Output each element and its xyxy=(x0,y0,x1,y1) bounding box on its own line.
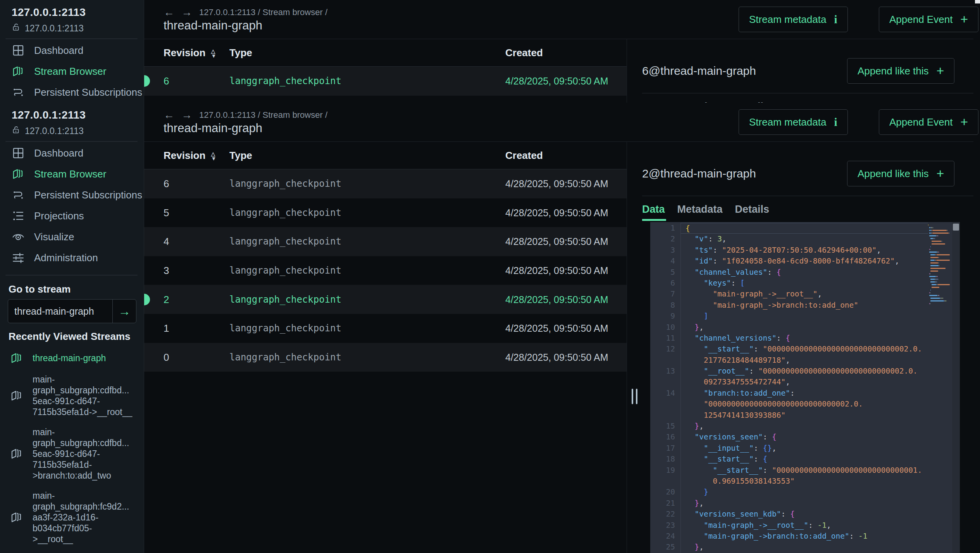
json-editor[interactable]: 1{2"v": 3,3"ts": "2025-04-28T07:50:50.46… xyxy=(650,222,960,553)
page-scrollbar-thumb[interactable] xyxy=(975,0,980,3)
table-row[interactable]: 1langgraph_checkpoint4/28/2025, 09:50:50… xyxy=(144,314,627,343)
line-number: 6 xyxy=(650,278,680,289)
breadcrumb-path[interactable]: 127.0.0.1:2113 / Stream browser / xyxy=(199,7,327,17)
resize-handle[interactable] xyxy=(632,389,641,404)
sort-icon[interactable]: △▼ xyxy=(211,151,216,160)
table-body: 6langgraph_checkpoint4/28/2025, 09:50:50… xyxy=(144,169,627,372)
event-tabs: Data Metadata Details xyxy=(642,203,769,215)
visualize-icon xyxy=(12,230,25,243)
table-row[interactable]: 5langgraph_checkpoint4/28/2025, 09:50:50… xyxy=(144,198,627,227)
column-revision[interactable]: Revision△▼ xyxy=(164,47,216,59)
recent-stream-item[interactable]: main-graph_subgraph:cdfbd...5eac-991c-d6… xyxy=(0,369,141,422)
goto-stream-input[interactable] xyxy=(8,300,112,323)
app-viewport: 127.0.0.1:2113 127.0.0.1:2113 DashboardS… xyxy=(0,103,980,553)
forward-arrow-icon[interactable]: → xyxy=(181,109,192,121)
recent-stream-item[interactable]: main-graph_subgraph:cdfbd...5eac-991c-d6… xyxy=(0,422,141,486)
breadcrumb-path[interactable]: 127.0.0.1:2113 / Stream browser / xyxy=(199,110,327,120)
sidebar-item-projections[interactable]: Projections xyxy=(0,205,144,226)
cell-revision: 5 xyxy=(164,207,169,219)
tab-details[interactable]: Details xyxy=(735,203,770,215)
line-number: 8 xyxy=(650,300,680,311)
sidebar-item-visualize[interactable]: Visualize xyxy=(0,226,144,247)
table-row[interactable]: 4langgraph_checkpoint4/28/2025, 09:50:50… xyxy=(144,227,627,256)
recent-stream-item[interactable]: main-graph_subgraph:fc9d2...aa3f-232a-1d… xyxy=(0,486,141,549)
projections-icon xyxy=(12,209,25,222)
append-like-this-button[interactable]: Append like this + xyxy=(847,161,954,186)
recently-viewed-label: Recently Viewed Streams xyxy=(9,331,131,343)
sidebar-divider xyxy=(5,141,138,142)
append-like-this-label: Append like this xyxy=(858,65,929,77)
line-number: 18 xyxy=(650,454,680,465)
unlock-icon xyxy=(12,125,21,137)
table-row[interactable]: 2langgraph_checkpoint4/28/2025, 09:50:50… xyxy=(144,285,627,314)
column-type: Type xyxy=(229,47,252,59)
server-address-row: 127.0.0.1:2113 xyxy=(12,22,84,34)
tab-data[interactable]: Data xyxy=(642,203,665,215)
sidebar-item-stream-browser[interactable]: Stream Browser xyxy=(0,61,144,82)
cell-type: langgraph_checkpoint xyxy=(229,294,341,305)
sidebar-item-administration[interactable]: Administration xyxy=(0,247,144,268)
table-header-row: Revision△▼ Type Created xyxy=(144,141,627,169)
plus-icon: + xyxy=(937,167,944,180)
panel-divider-line xyxy=(627,141,627,553)
goto-stream-submit[interactable]: → xyxy=(112,300,136,323)
append-like-this-button[interactable]: Append like this + xyxy=(847,58,954,84)
stream-metadata-button[interactable]: Stream metadata i xyxy=(739,109,848,135)
line-number xyxy=(650,410,680,421)
cell-revision: 6 xyxy=(164,178,169,190)
code-line: 17"__input__": {}, xyxy=(650,443,928,454)
sidebar-item-persistent-subscriptions[interactable]: Persistent Subscriptions xyxy=(0,184,144,205)
back-arrow-icon[interactable]: ← xyxy=(164,6,174,19)
append-event-button[interactable]: Append Event + xyxy=(879,7,978,32)
app-viewport: 127.0.0.1:2113 127.0.0.1:2113 DashboardS… xyxy=(0,0,980,103)
back-arrow-icon[interactable]: ← xyxy=(164,109,174,121)
forward-arrow-icon[interactable]: → xyxy=(181,6,192,19)
unlock-icon xyxy=(12,22,21,34)
column-revision[interactable]: Revision△▼ xyxy=(164,149,216,161)
code-line: 18"__start__": { xyxy=(650,454,928,465)
line-number xyxy=(650,377,680,388)
stream-metadata-label: Stream metadata xyxy=(749,14,826,26)
editor-minimap[interactable] xyxy=(928,224,951,305)
stream-metadata-button[interactable]: Stream metadata i xyxy=(739,7,848,32)
editor-scrollbar[interactable] xyxy=(952,222,960,553)
stream-icon xyxy=(10,447,23,460)
line-number: 15 xyxy=(650,421,680,432)
dashboard-icon xyxy=(12,44,25,57)
line-number: 14 xyxy=(650,388,680,399)
cell-created: 4/28/2025, 09:50:50 AM xyxy=(505,265,608,276)
sidebar-item-label: Persistent Subscriptions xyxy=(34,86,142,98)
table-row[interactable]: 6langgraph_checkpoint4/28/2025, 09:50:50… xyxy=(144,67,627,96)
sidebar-item-label: Stream Browser xyxy=(34,65,106,78)
tab-metadata[interactable]: Metadata xyxy=(677,203,723,215)
table-row[interactable]: 5langgraph_checkpoint4/28/2025, 09:50:50… xyxy=(144,96,627,103)
server-name: 127.0.0.1:2113 xyxy=(12,109,86,121)
code-line: 12"__start__": "000000000000000000000000… xyxy=(650,344,928,355)
line-number: 25 xyxy=(650,542,680,553)
active-tab-indicator xyxy=(642,219,666,221)
line-number: 10 xyxy=(650,322,680,333)
breadcrumb: ← → 127.0.0.1:2113 / Stream browser / xyxy=(164,109,327,121)
code-line: 12547414130393886" xyxy=(650,410,928,421)
table-row[interactable]: 6langgraph_checkpoint4/28/2025, 09:50:50… xyxy=(144,169,627,198)
info-icon: i xyxy=(834,13,837,26)
table-body: 6langgraph_checkpoint4/28/2025, 09:50:50… xyxy=(144,67,627,103)
main-area: ← → 127.0.0.1:2113 / Stream browser / th… xyxy=(144,0,980,103)
sidebar-item-dashboard[interactable]: Dashboard xyxy=(0,40,144,61)
editor-scrollbar-thumb[interactable] xyxy=(953,224,959,231)
table-row[interactable]: 3langgraph_checkpoint4/28/2025, 09:50:50… xyxy=(144,256,627,285)
table-row[interactable]: 0langgraph_checkpoint4/28/2025, 09:50:50… xyxy=(144,343,627,372)
code-line: 21776218484489718", xyxy=(650,355,928,366)
stream-icon xyxy=(12,65,25,78)
cell-created: 4/28/2025, 09:50:50 AM xyxy=(505,323,608,334)
append-event-button[interactable]: Append Event + xyxy=(879,109,978,135)
sidebar-item-persistent-subscriptions[interactable]: Persistent Subscriptions xyxy=(0,82,144,103)
code-line: 24"main-graph_->branch:to:add_one": -1 xyxy=(650,531,928,542)
sidebar: 127.0.0.1:2113 127.0.0.1:2113 DashboardS… xyxy=(0,0,144,103)
sidebar-item-dashboard[interactable]: Dashboard xyxy=(0,143,144,164)
recent-stream-item[interactable]: thread-main-graph xyxy=(0,347,141,369)
sort-icon[interactable]: △▼ xyxy=(211,48,216,58)
line-number: 13 xyxy=(650,366,680,377)
cell-revision: 0 xyxy=(164,351,169,363)
sidebar-item-stream-browser[interactable]: Stream Browser xyxy=(0,164,144,184)
